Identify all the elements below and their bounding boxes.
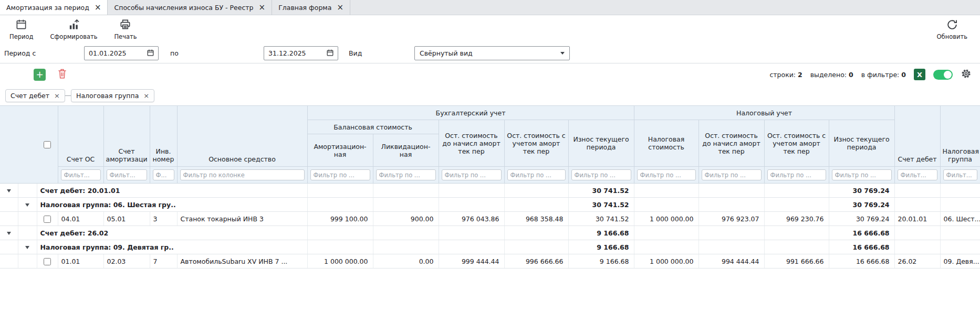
expander-cell	[18, 184, 37, 198]
collapse-arrow-icon[interactable]	[25, 246, 29, 249]
tab-amortization-period[interactable]: Амортизация за период ×	[0, 0, 108, 15]
empty-cell	[373, 226, 439, 240]
filter-input-nalogovaya-stoimost[interactable]	[637, 169, 696, 180]
filter-input-likvidatsionnaya[interactable]	[376, 169, 436, 180]
add-row-button[interactable]: +	[34, 69, 46, 81]
period-to-input[interactable]: 31.12.2025	[264, 46, 338, 60]
empty-cell	[307, 226, 373, 240]
tab-main-form[interactable]: Главная форма ×	[272, 0, 350, 15]
view-select[interactable]: Свёрнутый вид	[414, 46, 570, 60]
cell-nalogovaya-stoimost: 1 000 000.00	[634, 212, 698, 226]
period-filter-bar: Период с 01.01.2025 по 31.12.2025 Вид Св…	[0, 44, 980, 63]
filter-input-ost-s-bu[interactable]	[507, 169, 566, 180]
period-from-input[interactable]: 01.01.2025	[84, 46, 159, 60]
filter-input-osnovnoe-sredstvo[interactable]	[180, 169, 305, 180]
filtered-count-stat: в фильтре: 0	[861, 71, 906, 79]
col-header-osnovnoe-sredstvo[interactable]: Основное средство	[177, 106, 307, 167]
expander-cell	[0, 254, 18, 269]
grouping-toggle[interactable]	[933, 70, 953, 80]
print-button[interactable]: Печать	[109, 18, 142, 40]
expander-cell[interactable]	[18, 198, 37, 212]
filter-input-ost-do-bu[interactable]	[442, 169, 502, 180]
chip-label: Налоговая группа	[76, 92, 139, 100]
tab-close-icon[interactable]: ×	[95, 4, 101, 12]
filter-input-schet-amort[interactable]	[107, 169, 147, 180]
chart-arrow-icon	[68, 18, 80, 32]
row-checkbox-cell[interactable]	[37, 212, 58, 226]
tab-close-icon[interactable]: ×	[259, 4, 266, 12]
collapse-arrow-icon[interactable]	[7, 189, 11, 192]
calendar-icon[interactable]	[326, 49, 334, 58]
group-row[interactable]: Счет дебет: 26.029 166.6816 666.68	[0, 226, 980, 240]
group-chip-nalog-gruppa[interactable]: Налоговая группа ×	[71, 89, 154, 102]
calendar-icon[interactable]	[147, 49, 154, 58]
chip-close-icon[interactable]: ×	[54, 92, 60, 99]
filter-input-ost-do-nu[interactable]	[702, 169, 762, 180]
col-header-ost-s-nu[interactable]: Ост. стоимость с учетом аморт тек пер	[764, 120, 829, 167]
col-header-amortizatsionnaya[interactable]: Амортизацион-ная	[307, 134, 373, 167]
expander-cell	[18, 226, 37, 240]
period-button[interactable]: Период	[4, 18, 38, 40]
cell-likvidatsionnaya: 0.00	[373, 254, 439, 269]
group-chip-schet-debet[interactable]: Счет дебет ×	[5, 89, 65, 102]
col-header-schet-os[interactable]: Счет ОС	[58, 106, 103, 167]
tab-close-icon[interactable]: ×	[337, 4, 343, 12]
col-header-iznos-bu[interactable]: Износ текущего периода	[568, 120, 634, 167]
row-checkbox-cell[interactable]	[37, 254, 58, 269]
filter-input-amortizatsionnaya[interactable]	[310, 169, 370, 180]
filter-input-schet-debet[interactable]	[898, 169, 937, 180]
col-header-nalog-gruppa[interactable]: Налоговая группа	[940, 106, 980, 167]
expander-cell[interactable]	[0, 226, 18, 240]
filter-input-nalog-gruppa[interactable]	[943, 169, 977, 180]
refresh-button[interactable]: Обновить	[932, 19, 973, 40]
print-button-label: Печать	[114, 33, 137, 40]
col-header-ost-s-bu[interactable]: Ост. стоимость с учетом аморт тек пер	[504, 120, 568, 167]
expander-cell[interactable]	[18, 240, 37, 254]
group-total-iznos-bu: 9 166.68	[568, 240, 634, 254]
filter-input-inv-nomer[interactable]	[153, 169, 174, 180]
col-header-inv-nomer[interactable]: Инв. номер	[150, 106, 177, 167]
col-header-iznos-nu[interactable]: Износ текущего периода	[829, 120, 894, 167]
col-header-nalogovaya-stoimost[interactable]: Налоговая стоимость	[634, 120, 698, 167]
tab-label: Главная форма	[278, 4, 331, 12]
select-all-checkbox[interactable]	[44, 141, 51, 148]
collapse-arrow-icon[interactable]	[7, 232, 11, 235]
filter-input-schet-os[interactable]	[61, 169, 101, 180]
col-header-ost-do-bu[interactable]: Ост. стоимость до начисл аморт тек пер	[439, 120, 504, 167]
generate-button[interactable]: Сформировать	[45, 18, 102, 40]
collapse-arrow-icon[interactable]	[25, 203, 29, 207]
col-header-likvidatsionnaya[interactable]: Ликвидацион-ная	[373, 134, 439, 167]
filter-cell	[150, 167, 177, 184]
filter-cell	[634, 167, 698, 184]
col-header-schet-amort[interactable]: Счет амортизаци	[103, 106, 150, 167]
filter-input-ost-s-nu[interactable]	[767, 169, 826, 180]
excel-export-icon[interactable]: X	[914, 69, 925, 80]
expander-cell[interactable]	[0, 184, 18, 198]
delete-row-button[interactable]	[57, 68, 67, 81]
cell-schet-debet: 20.01.01	[894, 212, 940, 226]
empty-cell	[764, 226, 829, 240]
expander-cell	[0, 240, 18, 254]
settings-button[interactable]	[961, 68, 972, 81]
filter-input-iznos-nu[interactable]	[832, 169, 892, 180]
col-header-ost-do-nu[interactable]: Ост. стоимость до начисл аморт тек пер	[698, 120, 764, 167]
chip-close-icon[interactable]: ×	[143, 92, 149, 99]
row-checkbox[interactable]	[44, 258, 51, 265]
filter-cell	[568, 167, 634, 184]
group-row[interactable]: Налоговая группа: 09. Девятая гр..9 166.…	[0, 240, 980, 254]
cell-nalogovaya-stoimost: 1 000 000.00	[634, 254, 698, 269]
selected-count-label: выделено:	[810, 71, 847, 79]
row-checkbox[interactable]	[44, 216, 51, 223]
empty-cell	[634, 184, 698, 198]
printer-icon	[119, 18, 131, 32]
data-row[interactable]: 04.0105.013Станок токарный ИНВ 3999 100.…	[0, 212, 980, 226]
empty-cell	[504, 240, 568, 254]
data-row[interactable]: 01.0102.037АвтомобильSubaru XV ИНВ 7 ...…	[0, 254, 980, 269]
empty-cell	[307, 198, 373, 212]
period-to-label: по	[170, 49, 264, 57]
tab-depreciation-methods-register[interactable]: Способы начисления износа БУ - Реестр ×	[108, 0, 272, 15]
group-row[interactable]: Счет дебет: 20.01.0130 741.5230 769.24	[0, 184, 980, 198]
col-header-schet-debet[interactable]: Счет дебет	[894, 106, 940, 167]
group-row[interactable]: Налоговая группа: 06. Шестая гру..30 741…	[0, 198, 980, 212]
filter-input-iznos-bu[interactable]	[571, 169, 631, 180]
